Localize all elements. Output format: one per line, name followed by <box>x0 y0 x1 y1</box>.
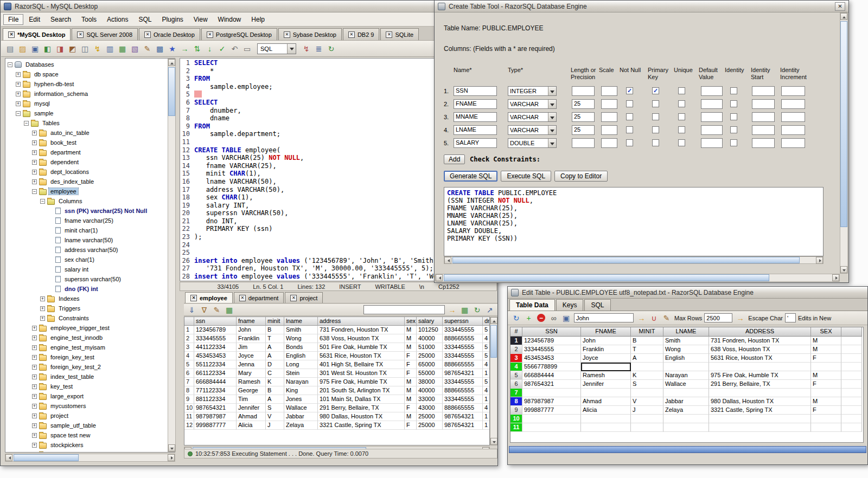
close-icon[interactable]: ✕ <box>386 31 392 38</box>
filter-icon[interactable]: ∇ <box>199 304 210 315</box>
execute-sql-button[interactable]: Execute SQL <box>501 171 551 182</box>
open-folder-icon[interactable]: ▨ <box>17 43 28 54</box>
result-cell[interactable]: George <box>237 386 266 395</box>
result-row[interactable]: 11987987987AhmadVJabbar980 Dallas, Houst… <box>184 412 489 421</box>
expand-icon[interactable]: + <box>32 179 37 184</box>
expand-icon[interactable]: + <box>32 414 37 418</box>
disconnect-icon[interactable]: ◨ <box>54 43 66 54</box>
tree-item[interactable]: −Tables <box>5 118 175 128</box>
unique-checkbox[interactable] <box>678 126 685 133</box>
not-null-checkbox[interactable] <box>626 100 633 107</box>
result-cell[interactable]: 453453453 <box>194 352 237 360</box>
table-cell[interactable] <box>811 415 841 423</box>
column-type-select[interactable]: VARCHAR <box>508 125 557 135</box>
tree-item[interactable]: lname varchar(50) <box>5 235 175 245</box>
table-cell[interactable]: 3321 Castle, Spring TX <box>709 406 811 415</box>
table-cell[interactable]: M <box>811 397 841 406</box>
tree-item[interactable]: +information_schema <box>5 89 175 99</box>
result-row[interactable]: 2333445555FranklinTWong638 Voss, Houston… <box>184 334 489 343</box>
column-name-input[interactable]: FNAME <box>454 99 497 109</box>
result-cell[interactable]: 4 <box>483 386 490 395</box>
row-number[interactable]: 8 <box>510 397 522 406</box>
table-cell[interactable] <box>811 423 841 432</box>
length-input[interactable]: 25 <box>572 125 595 135</box>
unique-checkbox[interactable] <box>678 113 685 120</box>
tree-item[interactable]: +Constraints <box>5 313 175 323</box>
result-cell[interactable]: 987987987 <box>194 412 237 421</box>
result-cell[interactable]: A <box>266 395 284 404</box>
result-cell[interactable]: 1 <box>483 412 490 421</box>
connection-tab[interactable]: ✕Oracle Desktop <box>139 28 200 40</box>
result-cell[interactable]: Jenna <box>237 360 266 369</box>
column-type-select[interactable]: VARCHAR <box>508 112 557 122</box>
expand-icon[interactable]: + <box>40 316 45 321</box>
lightning-icon[interactable]: ↯ <box>92 43 103 54</box>
tree-item[interactable]: ssn (PK) varchar(25) Not Null <box>5 206 175 216</box>
apply-max-rows-icon[interactable]: → <box>735 312 746 324</box>
result-cell[interactable]: 987654321 <box>443 412 483 421</box>
scale-input[interactable] <box>601 138 617 148</box>
table-cell[interactable]: Jennifer <box>581 380 631 389</box>
result-cell[interactable]: 501 Fire Oak, Humble TX <box>318 343 405 352</box>
table-cell[interactable]: 123456789 <box>522 337 581 345</box>
result-cell[interactable]: 38000 <box>417 378 443 386</box>
table-cell[interactable]: J <box>631 406 663 415</box>
result-cell[interactable]: M <box>405 326 417 334</box>
edit-grid[interactable]: #SSNFNAMEMINITLNAMEADDRESSSEX 1123456789… <box>510 327 864 443</box>
result-cell[interactable]: D <box>266 360 284 369</box>
table-cell[interactable]: Smith <box>663 337 709 345</box>
collapse-icon[interactable]: − <box>40 199 45 204</box>
identity-checkbox[interactable] <box>730 100 737 107</box>
connection-tab[interactable]: ✕PostgreSQL Desktop <box>201 28 277 40</box>
column-header[interactable]: FNAME <box>581 327 631 337</box>
result-cell[interactable]: Bonds <box>284 343 318 352</box>
list-icon[interactable]: ≣ <box>313 43 324 54</box>
result-cell[interactable]: Mary <box>237 369 266 378</box>
tree-item[interactable]: +project <box>5 411 175 421</box>
expand-icon[interactable]: + <box>32 140 37 145</box>
result-cell[interactable]: 101250 <box>417 326 443 334</box>
result-cell[interactable]: 4 <box>483 334 490 343</box>
row-number[interactable]: 1 <box>510 337 522 345</box>
result-cell[interactable]: Ahmad <box>237 412 266 421</box>
edit-titlebar[interactable]: Edit Table - PUBLIC.EMPLOYEE utf8_notepa… <box>508 287 867 299</box>
column-header[interactable]: ADDRESS <box>709 327 811 337</box>
primary-key-checkbox[interactable] <box>652 139 659 146</box>
identity-checkbox[interactable] <box>730 113 737 120</box>
result-cell[interactable]: M <box>405 412 417 421</box>
column-header[interactable]: SSN <box>522 327 581 337</box>
scroll-right-icon[interactable] <box>832 274 839 281</box>
tree-item[interactable]: sex char(1) <box>5 255 175 264</box>
collapse-icon[interactable]: − <box>24 121 29 126</box>
result-cell[interactable]: 25000 <box>417 421 443 430</box>
result-row[interactable]: 6661122334MaryCStein301 West St. Houston… <box>184 369 489 378</box>
tree-item[interactable]: +book_test <box>5 138 175 147</box>
expand-icon[interactable]: + <box>40 306 45 311</box>
table-describe-icon[interactable]: ▦ <box>117 43 128 54</box>
tab-sql[interactable]: SQL <box>584 299 610 311</box>
result-cell[interactable]: King <box>284 386 318 395</box>
table-cell[interactable] <box>811 389 841 397</box>
query-builder-icon[interactable]: ▩ <box>154 43 165 54</box>
close-icon[interactable]: ✕ <box>284 31 290 38</box>
result-cell[interactable]: 987654321 <box>443 421 483 430</box>
tree-item[interactable]: dno (FK) int <box>5 284 175 294</box>
edit-hscrollbar[interactable] <box>509 446 866 453</box>
table-cell[interactable]: Narayan <box>663 371 709 380</box>
scale-input[interactable] <box>601 99 617 109</box>
result-cell[interactable]: 5 <box>483 326 490 334</box>
column-type-select[interactable]: DOUBLE <box>508 138 557 148</box>
result-row[interactable]: 10987654321JenniferSWallace291 Berry, Be… <box>184 404 489 412</box>
expand-icon[interactable]: + <box>32 374 37 379</box>
result-cell[interactable]: 881122334 <box>194 395 237 404</box>
identity-increment-input[interactable] <box>781 99 805 109</box>
row-number[interactable]: 10 <box>510 415 522 423</box>
tree-item[interactable]: +mycustomers <box>5 401 175 411</box>
preview-icon[interactable]: ∞ <box>548 312 559 324</box>
edit-results-icon[interactable]: ✎ <box>211 304 222 315</box>
table-cell[interactable]: 980 Dallas, Houston TX <box>709 397 811 406</box>
row-number[interactable]: 5 <box>510 371 522 380</box>
result-cell[interactable]: Zelaya <box>284 421 318 430</box>
table-cell[interactable]: M <box>811 345 841 354</box>
result-cell[interactable]: 55000 <box>417 369 443 378</box>
